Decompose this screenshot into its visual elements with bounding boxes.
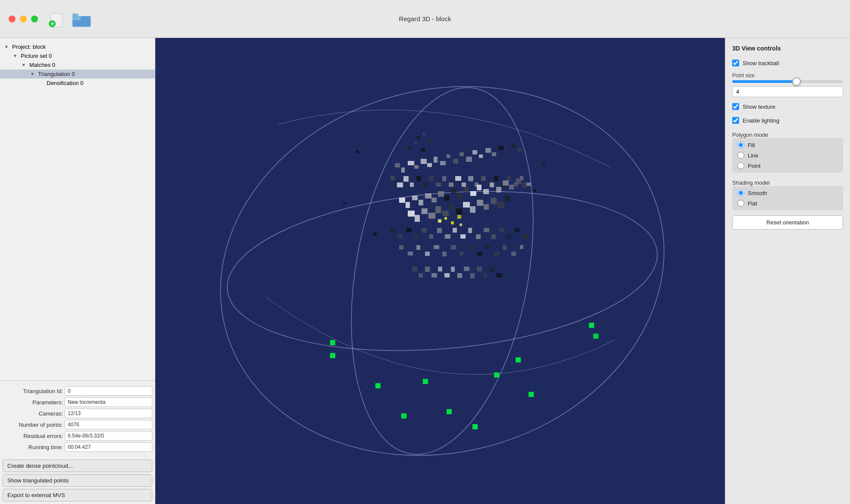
svg-rect-138 (431, 273, 437, 277)
polygon-point-radio[interactable] (737, 162, 744, 169)
point-size-section: Point size (732, 72, 843, 97)
svg-rect-26 (466, 157, 472, 162)
svg-rect-70 (483, 189, 489, 194)
tree-item-project[interactable]: ▼Project: block (0, 42, 155, 51)
point-size-thumb[interactable] (792, 77, 801, 86)
svg-rect-72 (496, 187, 501, 192)
point-size-label: Point size (732, 72, 843, 79)
svg-rect-19 (421, 159, 427, 164)
show-texture-label: Show texture (743, 104, 775, 110)
svg-rect-102 (429, 234, 433, 239)
prop-label: Number of points: (3, 422, 63, 428)
shading-smooth-radio[interactable] (737, 189, 744, 196)
svg-rect-79 (422, 208, 428, 214)
tree-item-pictureset[interactable]: ▼Picture set 0 (0, 51, 155, 60)
svg-rect-27 (472, 150, 477, 154)
svg-rect-151 (529, 392, 534, 397)
tree-label-triangulation: Triangulation 0 (38, 71, 75, 77)
tree-arrow-pictureset: ▼ (13, 54, 19, 58)
svg-rect-57 (399, 198, 405, 203)
tree-label-pictureset: Picture set 0 (21, 53, 52, 59)
create-dense-button[interactable]: Create dense pointcloud... (3, 460, 152, 472)
maximize-button[interactable] (31, 16, 38, 22)
enable-lighting-label: Enable lighting (743, 117, 779, 124)
show-trackball-checkbox[interactable] (732, 60, 739, 66)
tree-arrow-triangulation: ▼ (30, 72, 36, 76)
svg-rect-78 (415, 215, 420, 222)
svg-rect-87 (477, 200, 483, 206)
prop-row: Residual errors:6.54e-06/3.32/0 (3, 431, 152, 441)
close-button[interactable] (9, 16, 16, 22)
tree-item-triangulation[interactable]: ▼Triangulation 0 (0, 69, 155, 79)
shading-flat-radio[interactable] (737, 200, 744, 207)
svg-rect-91 (504, 195, 510, 201)
svg-rect-76 (522, 183, 526, 188)
svg-rect-126 (494, 252, 499, 256)
tree-label-project: Project: block (12, 44, 46, 50)
prop-value: 0 (65, 386, 152, 396)
svg-rect-114 (523, 234, 528, 239)
reset-orientation-button[interactable]: Reset orientation (732, 215, 843, 230)
svg-rect-24 (453, 159, 458, 164)
point-size-track[interactable] (732, 80, 843, 83)
prop-row: Triangulation Id:0 (3, 386, 152, 396)
svg-rect-60 (419, 200, 423, 205)
project-tree: ▼Project: block▼Picture set 0▼Matches 0▼… (0, 38, 155, 381)
svg-rect-148 (496, 273, 502, 277)
export-mvs-button[interactable]: Export to external MVS (3, 489, 152, 501)
point-cloud-svg (155, 38, 725, 504)
shading-smooth-row: Smooth (737, 189, 838, 196)
show-texture-row: Show texture (732, 102, 843, 111)
svg-rect-16 (401, 167, 405, 173)
polygon-line-row: Line (737, 152, 838, 159)
point-size-input[interactable] (732, 86, 843, 97)
polygon-line-radio[interactable] (737, 152, 744, 159)
open-project-button[interactable] (72, 9, 92, 29)
polygon-point-label: Point (748, 163, 761, 169)
svg-rect-116 (408, 252, 413, 255)
viewport-canvas (155, 38, 725, 504)
svg-rect-47 (468, 176, 473, 181)
svg-rect-92 (438, 219, 441, 223)
svg-rect-68 (470, 191, 476, 196)
tree-item-matches[interactable]: ▼Matches 0 (0, 60, 155, 69)
prop-label: Running time: (3, 444, 63, 450)
window-controls (9, 16, 38, 22)
svg-rect-21 (434, 157, 438, 163)
svg-rect-32 (505, 150, 508, 154)
3d-viewport[interactable] (155, 38, 725, 504)
svg-rect-36 (397, 183, 403, 187)
svg-rect-75 (516, 178, 521, 184)
svg-rect-18 (414, 165, 419, 169)
svg-rect-154 (472, 424, 478, 429)
svg-rect-67 (464, 187, 469, 192)
svg-rect-155 (589, 323, 594, 328)
prop-row: Parameters:New Incrementa (3, 397, 152, 407)
svg-rect-33 (511, 144, 516, 148)
svg-rect-31 (498, 146, 504, 150)
svg-rect-95 (457, 215, 461, 219)
new-project-button[interactable]: + (47, 9, 67, 29)
minimize-button[interactable] (20, 16, 27, 22)
prop-value: 6.54e-06/3.32/0 (65, 431, 152, 441)
svg-rect-118 (425, 252, 430, 256)
enable-lighting-checkbox[interactable] (732, 117, 739, 124)
svg-rect-142 (457, 273, 462, 278)
svg-rect-153 (401, 413, 406, 419)
svg-rect-23 (447, 154, 450, 158)
svg-rect-117 (416, 245, 420, 250)
svg-rect-65 (451, 189, 456, 194)
svg-rect-143 (464, 267, 469, 271)
prop-label: Residual errors: (3, 433, 63, 439)
svg-rect-59 (412, 195, 418, 200)
svg-rect-152 (447, 409, 452, 414)
svg-rect-140 (444, 273, 450, 277)
tree-item-densification[interactable]: Densification 0 (0, 79, 155, 88)
svg-rect-5 (72, 13, 78, 17)
svg-rect-112 (507, 234, 511, 239)
svg-rect-89 (491, 198, 497, 204)
polygon-fill-radio[interactable] (737, 142, 744, 148)
show-triangulated-button[interactable]: Show triangulated points (3, 474, 152, 487)
show-texture-checkbox[interactable] (732, 103, 739, 110)
properties-section: Triangulation Id:0Parameters:New Increme… (0, 381, 155, 457)
